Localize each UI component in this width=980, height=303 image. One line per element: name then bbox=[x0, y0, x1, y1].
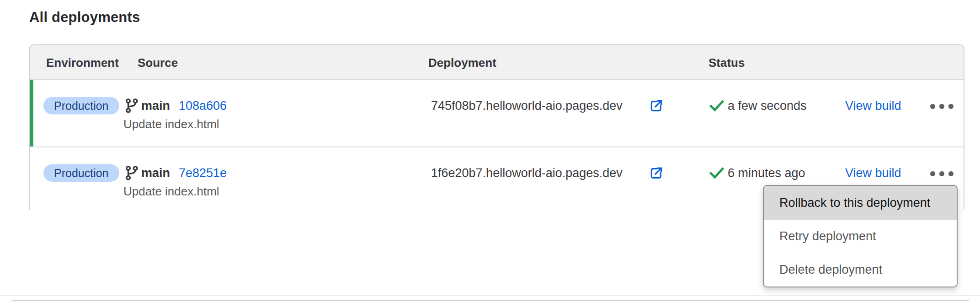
row-menu-ellipsis-icon[interactable] bbox=[924, 98, 959, 114]
row-menu-ellipsis-icon[interactable] bbox=[924, 166, 959, 181]
menu-item-retry[interactable]: Retry deployment bbox=[764, 220, 957, 253]
deployment-context-menu: Rollback to this deployment Retry deploy… bbox=[763, 185, 958, 287]
menu-item-rollback[interactable]: Rollback to this deployment bbox=[764, 186, 957, 220]
deployment-url: 1f6e20b7.helloworld-aio.pages.dev bbox=[431, 164, 623, 182]
check-icon bbox=[709, 166, 724, 180]
next-section-top-edge bbox=[11, 300, 969, 301]
column-header-deployment: Deployment bbox=[428, 45, 496, 80]
view-build-link[interactable]: View build bbox=[845, 164, 901, 182]
environment-badge: Production bbox=[43, 164, 119, 182]
commit-link[interactable]: 108a606 bbox=[179, 97, 227, 115]
status-time: a few seconds bbox=[728, 97, 807, 115]
deployments-page: All deployments Environment Source Deplo… bbox=[0, 0, 980, 303]
git-branch-icon bbox=[123, 165, 140, 181]
deployment-url: 745f08b7.helloworld-aio.pages.dev bbox=[431, 97, 623, 115]
check-icon bbox=[709, 98, 724, 113]
table-row: Production main 108a606 Update index.htm… bbox=[30, 80, 964, 146]
branch-name: main bbox=[141, 97, 170, 115]
column-header-environment: Environment bbox=[46, 45, 119, 80]
commit-link[interactable]: 7e8251e bbox=[179, 164, 227, 182]
commit-message: Update index.html bbox=[123, 117, 219, 131]
column-header-source: Source bbox=[138, 45, 178, 80]
table-header-row: Environment Source Deployment Status bbox=[30, 45, 964, 80]
status-time: 6 minutes ago bbox=[728, 164, 805, 182]
external-link-icon[interactable] bbox=[649, 166, 664, 180]
git-branch-icon bbox=[123, 97, 140, 114]
menu-item-delete[interactable]: Delete deployment bbox=[764, 253, 957, 287]
page-title: All deployments bbox=[29, 9, 140, 26]
current-deployment-indicator bbox=[30, 80, 33, 146]
external-link-icon[interactable] bbox=[649, 98, 664, 113]
commit-message: Update index.html bbox=[123, 184, 219, 199]
environment-badge: Production bbox=[43, 97, 119, 114]
view-build-link[interactable]: View build bbox=[845, 97, 901, 115]
column-header-status: Status bbox=[708, 45, 745, 80]
section-divider bbox=[0, 295, 980, 296]
branch-name: main bbox=[141, 164, 170, 182]
